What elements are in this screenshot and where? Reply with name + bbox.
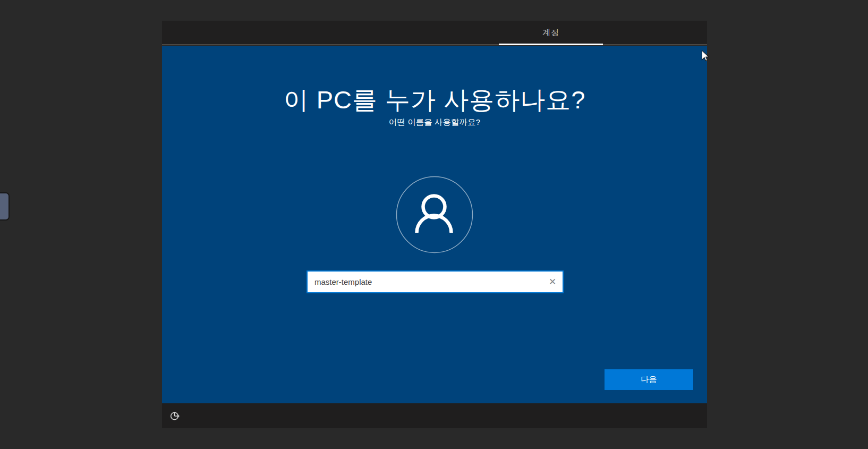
left-edge-widget[interactable] [0, 192, 10, 221]
oobe-setup-window: 계정 이 PC를 누가 사용하나요? 어떤 이름을 사용할까요? ✕ 다음 [162, 21, 707, 428]
page-subtitle: 어떤 이름을 사용할까요? [162, 117, 707, 128]
header-bar: 계정 [162, 21, 707, 45]
avatar [395, 175, 474, 255]
content-panel: 이 PC를 누가 사용하나요? 어떤 이름을 사용할까요? ✕ 다음 [162, 46, 707, 403]
desktop-background: { "header": { "tab_label": "계정" }, "main… [0, 0, 868, 449]
tab-indicator [499, 44, 603, 45]
ease-of-access-button[interactable] [167, 408, 182, 423]
footer-bar [162, 403, 707, 428]
username-input[interactable] [307, 270, 564, 293]
ease-of-access-icon [169, 410, 181, 421]
clear-input-button[interactable]: ✕ [544, 274, 560, 290]
user-icon [395, 175, 474, 255]
page-title: 이 PC를 누가 사용하나요? [162, 83, 707, 117]
username-field-container: ✕ [307, 270, 564, 293]
next-button[interactable]: 다음 [605, 369, 693, 390]
tab-account-label: 계정 [542, 28, 559, 38]
clear-icon: ✕ [549, 277, 556, 287]
tab-account[interactable]: 계정 [499, 21, 603, 44]
